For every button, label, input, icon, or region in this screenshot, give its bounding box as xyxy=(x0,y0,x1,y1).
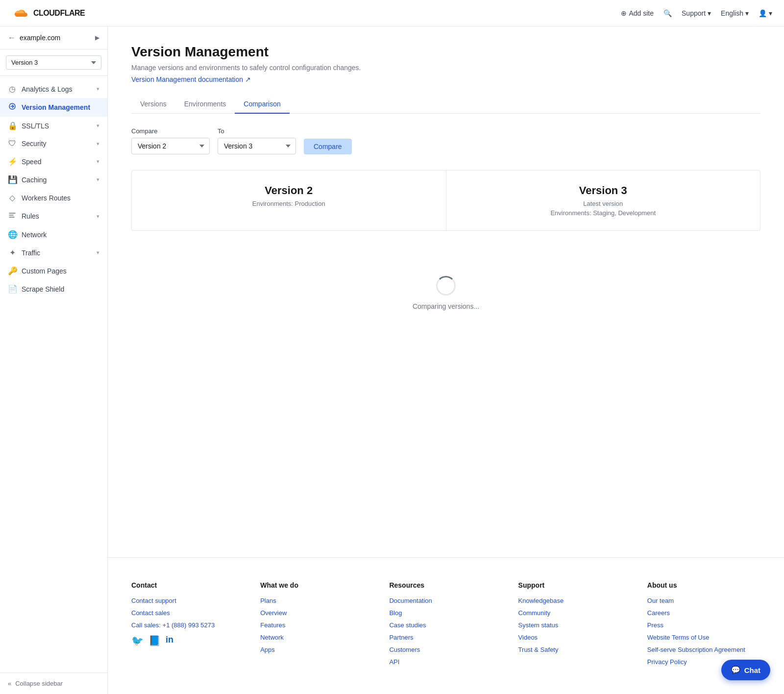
tab-environments[interactable]: Environments xyxy=(175,95,235,114)
logo[interactable]: CLOUDFLARE xyxy=(12,6,85,21)
traffic-chevron-icon: ▾ xyxy=(97,249,99,256)
user-menu-button[interactable]: 👤 ▾ xyxy=(759,9,772,17)
sidebar-item-security[interactable]: 🛡 Security ▾ xyxy=(0,135,107,152)
scrape-shield-icon: 📄 xyxy=(8,284,17,294)
sidebar-item-traffic[interactable]: ✦ Traffic ▾ xyxy=(0,244,107,262)
chat-button[interactable]: 💬 Chat xyxy=(721,660,770,680)
sidebar-item-ssl-tls[interactable]: 🔒 SSL/TLS ▾ xyxy=(0,117,107,135)
ssl-tls-icon: 🔒 xyxy=(8,121,17,130)
footer-link-case-studies[interactable]: Case studies xyxy=(389,621,502,629)
sidebar: ← example.com ▶ Version 3 Version 2 Vers… xyxy=(0,26,108,694)
sidebar-item-custom-pages[interactable]: 🔑 Custom Pages xyxy=(0,262,107,280)
page-footer: Contact Contact support Contact sales Ca… xyxy=(108,557,784,694)
sidebar-navigation: ◷ Analytics & Logs ▾ Version Management xyxy=(0,76,107,672)
footer-about-us-title: About us xyxy=(647,581,760,589)
twitter-icon[interactable]: 🐦 xyxy=(131,635,144,646)
footer-link-our-team[interactable]: Our team xyxy=(647,597,760,604)
linkedin-icon[interactable]: in xyxy=(166,635,173,646)
compare-to-select[interactable]: Version 3 Version 1 Version 2 xyxy=(218,138,296,154)
footer-link-contact-sales[interactable]: Contact sales xyxy=(131,609,245,617)
sidebar-item-caching[interactable]: 💾 Caching ▾ xyxy=(0,171,107,189)
footer-link-videos[interactable]: Videos xyxy=(518,634,632,641)
footer-link-blog[interactable]: Blog xyxy=(389,609,502,617)
sidebar-item-scrape-shield[interactable]: 📄 Scrape Shield xyxy=(0,280,107,298)
documentation-link[interactable]: Version Management documentation ↗ xyxy=(131,75,251,83)
footer-link-network[interactable]: Network xyxy=(260,634,373,641)
sidebar-item-version-management[interactable]: Version Management xyxy=(0,98,107,117)
speed-chevron-icon: ▾ xyxy=(97,158,99,165)
custom-pages-label: Custom Pages xyxy=(22,267,67,275)
footer-what-we-do-title: What we do xyxy=(260,581,373,589)
cloudflare-wordmark: CLOUDFLARE xyxy=(33,9,85,18)
site-selector[interactable]: ← example.com ▶ xyxy=(0,26,107,50)
footer-link-features[interactable]: Features xyxy=(260,621,373,629)
footer-link-apps[interactable]: Apps xyxy=(260,646,373,653)
user-icon: 👤 xyxy=(759,9,767,17)
back-arrow-icon: ← xyxy=(8,33,16,42)
footer-link-website-terms[interactable]: Website Terms of Use xyxy=(647,634,760,641)
footer-link-press[interactable]: Press xyxy=(647,621,760,629)
tab-versions[interactable]: Versions xyxy=(131,95,175,114)
sidebar-item-analytics-logs[interactable]: ◷ Analytics & Logs ▾ xyxy=(0,80,107,98)
traffic-icon: ✦ xyxy=(8,248,17,257)
collapse-sidebar-button[interactable]: « Collapse sidebar xyxy=(0,672,107,694)
footer-link-contact-support[interactable]: Contact support xyxy=(131,597,245,604)
version-management-label: Version Management xyxy=(22,103,90,111)
speed-label: Speed xyxy=(22,158,41,166)
analytics-logs-chevron-icon: ▾ xyxy=(97,86,99,92)
security-chevron-icon: ▾ xyxy=(97,141,99,147)
top-nav-actions: ⊕ Add site 🔍 Support ▾ English ▾ 👤 ▾ xyxy=(621,9,772,17)
external-link-icon: ↗ xyxy=(245,75,251,83)
footer-link-customers[interactable]: Customers xyxy=(389,646,502,653)
footer-link-knowledgebase[interactable]: Knowledgebase xyxy=(518,597,632,604)
version-right-env: Environments: Staging, Development xyxy=(462,209,745,217)
main-content: Version Management Manage versions and e… xyxy=(108,26,784,694)
add-site-button[interactable]: ⊕ Add site xyxy=(621,9,654,17)
rules-chevron-icon: ▾ xyxy=(97,213,99,220)
support-button[interactable]: Support ▾ xyxy=(682,9,711,17)
footer-link-overview[interactable]: Overview xyxy=(260,609,373,617)
caching-icon: 💾 xyxy=(8,175,17,184)
footer-link-careers[interactable]: Careers xyxy=(647,609,760,617)
sidebar-item-network[interactable]: 🌐 Network xyxy=(0,225,107,244)
footer-link-partners[interactable]: Partners xyxy=(389,634,502,641)
add-site-label: Add site xyxy=(629,9,654,17)
sidebar-item-speed[interactable]: ⚡ Speed ▾ xyxy=(0,152,107,171)
footer-link-documentation[interactable]: Documentation xyxy=(389,597,502,604)
version-latest-badge: Latest version xyxy=(462,200,745,207)
footer-link-community[interactable]: Community xyxy=(518,609,632,617)
compare-button[interactable]: Compare xyxy=(304,139,352,154)
footer-phone: Call sales: +1 (888) 993 5273 xyxy=(131,621,245,629)
footer-link-system-status[interactable]: System status xyxy=(518,621,632,629)
version-selector[interactable]: Version 3 Version 2 Version 1 xyxy=(6,55,101,70)
tab-comparison[interactable]: Comparison xyxy=(235,95,289,114)
plus-icon: ⊕ xyxy=(621,9,627,17)
workers-routes-label: Workers Routes xyxy=(22,194,71,202)
speed-icon: ⚡ xyxy=(8,157,17,166)
footer-resources-title: Resources xyxy=(389,581,502,589)
language-button[interactable]: English ▾ xyxy=(721,9,749,17)
page-layout: ← example.com ▶ Version 3 Version 2 Vers… xyxy=(0,26,784,694)
chat-label: Chat xyxy=(744,666,760,674)
footer-col-support: Support Knowledgebase Community System s… xyxy=(518,581,632,670)
footer-link-subscription-agreement[interactable]: Self-serve Subscription Agreement xyxy=(647,646,760,653)
support-label: Support xyxy=(682,9,706,17)
footer-link-trust-safety[interactable]: Trust & Safety xyxy=(518,646,632,653)
footer-link-api[interactable]: API xyxy=(389,658,502,666)
compare-from-group: Compare Version 2 Version 1 Version 3 xyxy=(131,127,210,154)
social-icons: 🐦 📘 in xyxy=(131,635,245,646)
sidebar-item-workers-routes[interactable]: ◇ Workers Routes xyxy=(0,189,107,207)
security-label: Security xyxy=(22,140,47,148)
footer-link-plans[interactable]: Plans xyxy=(260,597,373,604)
version-management-icon xyxy=(8,102,17,112)
network-label: Network xyxy=(22,231,47,239)
analytics-logs-label: Analytics & Logs xyxy=(22,85,73,93)
search-button[interactable]: 🔍 xyxy=(663,9,672,17)
version-left-col: Version 2 Environments: Production xyxy=(132,171,446,230)
facebook-icon[interactable]: 📘 xyxy=(148,635,161,646)
compare-to-group: To Version 3 Version 1 Version 2 xyxy=(218,127,296,154)
compare-from-select[interactable]: Version 2 Version 1 Version 3 xyxy=(131,138,210,154)
rules-icon xyxy=(8,211,17,221)
sidebar-item-rules[interactable]: Rules ▾ xyxy=(0,207,107,225)
language-chevron-icon: ▾ xyxy=(745,9,749,17)
